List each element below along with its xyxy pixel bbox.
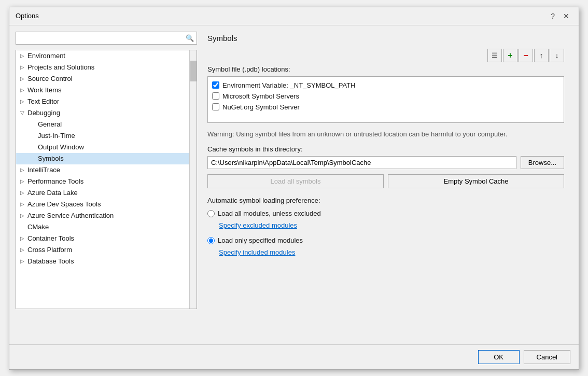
radio-group: Load all modules, unless excluded Specif… (207, 208, 564, 260)
expand-icon: ▷ (18, 177, 26, 186)
add-icon: + (508, 51, 512, 60)
sidebar-item-label: Performance Tools (27, 177, 83, 185)
sidebar-item-label: Azure Data Lake (27, 189, 78, 197)
radio-row-load-all: Load all modules, unless excluded (207, 208, 564, 218)
specify-excluded-link[interactable]: Specify excluded modules (219, 221, 297, 229)
scrollbar-track[interactable] (189, 50, 197, 309)
load-all-symbols-button[interactable]: Load all symbols (207, 174, 384, 188)
expand-icon: ▷ (18, 189, 26, 197)
sidebar-item-label: Azure Service Authentication (27, 212, 114, 219)
footer: OK Cancel (9, 344, 579, 369)
sidebar-item-just-in-time[interactable]: Just-In-Time (16, 130, 189, 142)
sidebar-item-cmake[interactable]: CMake (16, 221, 189, 233)
list-icon: ☰ (492, 51, 498, 59)
sidebar-item-symbols[interactable]: Symbols (16, 153, 189, 164)
expand-icon: ▷ (18, 98, 26, 106)
remove-location-button[interactable]: − (519, 49, 533, 62)
section-title: Symbols (207, 34, 564, 43)
expand-icon (18, 223, 26, 231)
sidebar-item-label: Work Items (27, 86, 62, 94)
sidebar-item-performance-tools[interactable]: ▷ Performance Tools (16, 176, 189, 187)
search-box: 🔍 (16, 32, 197, 45)
expand-icon: ▽ (18, 109, 26, 117)
sidebar-item-label: Symbols (38, 155, 64, 162)
sidebar-item-azure-service-auth[interactable]: ▷ Azure Service Authentication (16, 210, 189, 221)
cancel-button[interactable]: Cancel (524, 350, 570, 364)
specify-included-row: Specify included modules (207, 248, 564, 256)
sidebar-item-label: Database Tools (27, 257, 74, 265)
title-bar: Options ? ✕ (9, 7, 579, 25)
specify-included-link[interactable]: Specify included modules (219, 248, 295, 256)
radio-load-specified[interactable] (207, 237, 215, 244)
expand-icon: ▷ (18, 63, 26, 72)
up-arrow-icon: ↑ (540, 51, 543, 60)
location-checkbox-3[interactable] (212, 103, 219, 110)
sidebar-item-label: Output Window (38, 143, 84, 151)
ok-button[interactable]: OK (478, 350, 520, 364)
sidebar-item-text-editor[interactable]: ▷ Text Editor (16, 96, 189, 107)
sidebar-item-label: Debugging (27, 109, 60, 117)
action-row: Load all symbols Empty Symbol Cache (207, 174, 564, 188)
options-dialog: Options ? ✕ 🔍 ▷ Environ (9, 7, 579, 370)
browse-button[interactable]: Browse... (521, 156, 564, 169)
radio-load-all[interactable] (207, 210, 215, 217)
add-location-button[interactable]: + (503, 49, 517, 62)
sidebar-item-label: Cross Platform (27, 246, 72, 254)
remove-icon: − (523, 51, 528, 60)
location-label-1: Environment Variable: _NT_SYMBOL_PATH (222, 81, 356, 89)
sidebar-item-label: General (38, 120, 62, 128)
main-content: 🔍 ▷ Environment ▷ Projects and Solutions (9, 25, 579, 344)
sidebar-item-database-tools[interactable]: ▷ Database Tools (16, 256, 189, 267)
symbol-locations-box: Environment Variable: _NT_SYMBOL_PATH Mi… (207, 76, 564, 123)
sidebar-item-container-tools[interactable]: ▷ Container Tools (16, 233, 189, 244)
move-down-button[interactable]: ↓ (550, 49, 564, 62)
close-button[interactable]: ✕ (560, 11, 572, 21)
right-panel: Symbols ☰ + − ↑ ↓ Symbol (197, 32, 572, 338)
location-label-2: Microsoft Symbol Servers (222, 92, 299, 100)
sidebar-item-projects-solutions[interactable]: ▷ Projects and Solutions (16, 62, 189, 73)
help-button[interactable]: ? (548, 11, 558, 21)
expand-icon (29, 132, 37, 140)
sidebar-item-label: Projects and Solutions (27, 63, 94, 71)
sidebar-item-source-control[interactable]: ▷ Source Control (16, 73, 189, 85)
dialog-title: Options (16, 12, 39, 20)
sidebar-item-work-items[interactable]: ▷ Work Items (16, 85, 189, 96)
auto-pref-label: Automatic symbol loading preference: (207, 197, 564, 204)
down-arrow-icon: ↓ (555, 51, 559, 60)
expand-icon: ▷ (18, 52, 26, 60)
location-label-3: NuGet.org Symbol Server (222, 103, 300, 111)
location-checkbox-1[interactable] (212, 81, 219, 89)
scrollbar-thumb[interactable] (190, 61, 197, 81)
sidebar-item-label: CMake (27, 223, 49, 231)
sidebar-item-output-window[interactable]: Output Window (16, 142, 189, 153)
sidebar-item-label: Azure Dev Spaces Tools (27, 200, 101, 208)
sidebar-item-intellitrace[interactable]: ▷ IntelliTrace (16, 164, 189, 176)
search-input[interactable] (16, 32, 197, 45)
sidebar-item-debugging[interactable]: ▽ Debugging (16, 107, 189, 119)
location-row-1: Environment Variable: _NT_SYMBOL_PATH (212, 80, 559, 91)
expand-icon: ▷ (18, 166, 26, 174)
cache-path-input[interactable] (207, 156, 516, 169)
sidebar-item-azure-dev-spaces[interactable]: ▷ Azure Dev Spaces Tools (16, 199, 189, 210)
expand-icon: ▷ (18, 75, 26, 83)
sidebar-item-azure-data-lake[interactable]: ▷ Azure Data Lake (16, 187, 189, 199)
location-row-3: NuGet.org Symbol Server (212, 102, 559, 113)
radio-load-specified-label: Load only specified modules (218, 236, 303, 244)
cache-label: Cache symbols in this directory: (207, 145, 564, 153)
search-icon-button[interactable]: 🔍 (184, 33, 196, 43)
list-view-button[interactable]: ☰ (487, 49, 502, 62)
toolbar-row: ☰ + − ↑ ↓ (207, 49, 564, 62)
sidebar-item-environment[interactable]: ▷ Environment (16, 50, 189, 62)
sidebar-item-label: Environment (27, 52, 65, 60)
expand-icon: ▷ (18, 86, 26, 94)
sidebar-item-label: Container Tools (27, 234, 74, 242)
sidebar-item-general[interactable]: General (16, 119, 189, 130)
location-checkbox-2[interactable] (212, 92, 219, 100)
tree-container: ▷ Environment ▷ Projects and Solutions ▷… (16, 50, 197, 309)
empty-cache-button[interactable]: Empty Symbol Cache (388, 174, 564, 188)
sidebar-item-label: IntelliTrace (27, 166, 60, 174)
move-up-button[interactable]: ↑ (534, 49, 549, 62)
tree-content: ▷ Environment ▷ Projects and Solutions ▷… (16, 50, 189, 309)
sidebar-item-cross-platform[interactable]: ▷ Cross Platform (16, 244, 189, 256)
search-icon: 🔍 (186, 34, 194, 42)
